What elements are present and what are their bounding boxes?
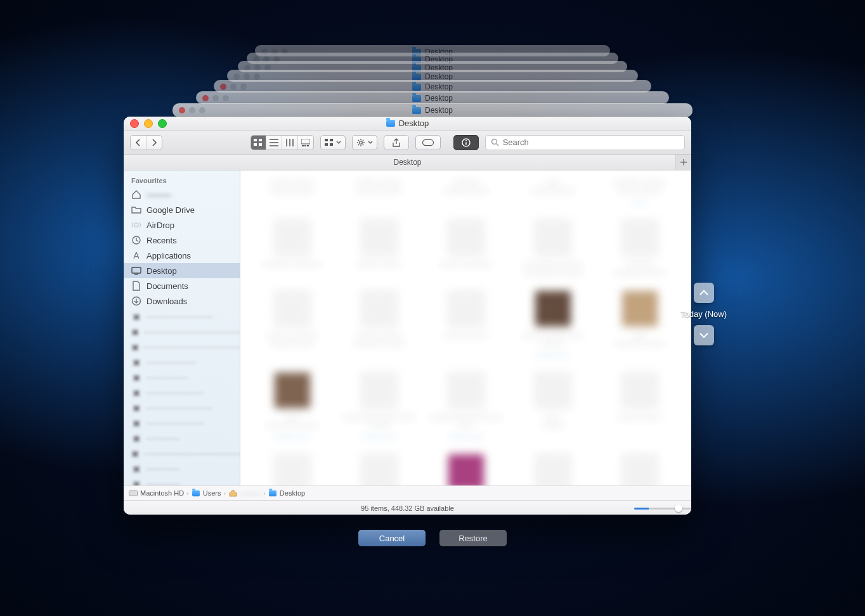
view-mode-segment	[250, 135, 314, 150]
folder-icon	[131, 205, 141, 215]
sidebar-item-recents[interactable]: Recents	[124, 233, 240, 248]
finder-window: Desktop	[124, 117, 691, 515]
new-tab-button[interactable]	[675, 155, 691, 170]
column-view-button[interactable]	[282, 136, 298, 150]
svg-point-12	[359, 141, 362, 144]
sidebar-item-applications[interactable]: AApplications	[124, 248, 240, 263]
gallery-view-button[interactable]	[298, 136, 313, 150]
timeline-next-button[interactable]	[694, 325, 714, 345]
sidebar-item-blurred: ▣—————————————	[124, 446, 240, 461]
timeline-controls: Today (Now)	[680, 283, 727, 345]
sidebar-item-label: Google Drive	[146, 205, 195, 215]
svg-point-17	[134, 223, 138, 227]
close-button[interactable]	[130, 119, 139, 128]
share-icon	[393, 138, 400, 147]
status-bar: 95 items, 448.32 GB available	[124, 500, 691, 515]
timeline-previous-button[interactable]	[694, 283, 714, 303]
path-segment[interactable]: Macintosh HD	[140, 489, 184, 497]
home-icon	[228, 489, 237, 497]
icon-view-button[interactable]	[251, 136, 267, 150]
sidebar-item-blurred: ▣————————	[124, 309, 240, 324]
group-by-menu[interactable]	[320, 135, 346, 150]
svg-rect-20	[132, 267, 141, 273]
nav-back-forward	[130, 135, 162, 150]
chevron-up-icon	[699, 289, 709, 297]
svg-rect-8	[325, 139, 328, 141]
minimize-button[interactable]	[144, 119, 153, 128]
sidebar-item-home[interactable]: ———	[124, 187, 240, 202]
svg-rect-7	[307, 145, 309, 146]
folder-icon	[192, 489, 200, 497]
info-icon	[462, 138, 471, 147]
path-segment[interactable]: Desktop	[280, 489, 305, 497]
sidebar-item-blurred: ▣—————	[124, 369, 240, 385]
sidebar-item-blurred: ▣————	[124, 476, 240, 485]
folder-icon	[268, 489, 277, 497]
sidebar-item-airdrop[interactable]: AirDrop	[124, 217, 240, 233]
sidebar-item-desktop[interactable]: Desktop	[124, 263, 240, 278]
chevron-down-icon	[336, 141, 341, 144]
desktop-icon	[131, 266, 141, 276]
info-button[interactable]	[453, 135, 479, 150]
svg-rect-9	[330, 139, 333, 141]
recents-icon	[131, 235, 141, 245]
path-segment-blurred[interactable]: ———	[240, 489, 261, 497]
back-button[interactable]	[131, 136, 146, 150]
tag-icon	[422, 139, 434, 146]
sidebar-item-label: Documents	[146, 281, 188, 291]
zoom-button[interactable]	[158, 119, 167, 128]
sidebar-item-blurred: ▣————	[124, 430, 240, 446]
svg-rect-3	[259, 143, 262, 146]
sidebar-item-documents[interactable]: Documents	[124, 278, 240, 293]
sidebar-item-blurred: ▣———————————————	[124, 339, 240, 354]
path-segment[interactable]: Users	[203, 489, 221, 497]
icon-size-slider[interactable]	[634, 505, 682, 511]
docs-icon	[131, 281, 141, 291]
svg-rect-13	[422, 139, 433, 145]
toolbar	[124, 131, 691, 155]
sidebar-item-downloads[interactable]: Downloads	[124, 293, 240, 309]
list-view-button[interactable]	[266, 136, 282, 150]
svg-rect-0	[254, 139, 257, 141]
sidebar-item-blurred: ▣————————	[124, 400, 240, 415]
tab-bar: Desktop	[124, 155, 691, 170]
tags-button[interactable]	[415, 135, 441, 150]
svg-text:A: A	[133, 250, 140, 260]
restore-button[interactable]: Restore	[439, 530, 507, 546]
forward-button[interactable]	[146, 136, 162, 150]
sidebar-item-label: ———	[146, 190, 171, 200]
ghost-window: Desktop	[172, 103, 693, 117]
gear-icon	[356, 138, 365, 147]
sidebar-item-google-drive[interactable]: Google Drive	[124, 202, 240, 217]
action-menu[interactable]	[352, 135, 377, 150]
chevron-down-icon	[699, 331, 709, 339]
sidebar-item-blurred: ▣———————	[124, 415, 240, 430]
sidebar-item-blurred: ▣————————————	[124, 324, 240, 339]
svg-point-16	[491, 139, 497, 144]
search-input[interactable]	[503, 138, 679, 147]
titlebar: Desktop	[124, 117, 691, 131]
sidebar-item-label: AirDrop	[146, 221, 174, 230]
cancel-button[interactable]: Cancel	[358, 530, 426, 546]
apps-icon: A	[131, 250, 141, 260]
home-icon	[131, 189, 141, 200]
sidebar-item-blurred: ▣———————	[124, 385, 240, 400]
file-grid-area: ——— —————— ——— ——— —————— ——— ———————— —…	[240, 170, 691, 485]
timeline-label: Today (Now)	[680, 309, 727, 319]
action-bar: Cancel Restore	[358, 530, 507, 546]
status-text: 95 items, 448.32 GB available	[361, 504, 454, 512]
svg-rect-2	[254, 143, 257, 146]
search-field[interactable]	[485, 135, 685, 150]
ghost-window: Desktop	[196, 91, 669, 104]
sidebar-item-blurred: ▣————	[124, 461, 240, 476]
sidebar-item-label: Applications	[146, 251, 191, 260]
sidebar-item-label: Recents	[146, 236, 177, 245]
tab-label[interactable]: Desktop	[393, 158, 421, 167]
plus-icon	[680, 158, 687, 166]
svg-rect-22	[129, 491, 138, 496]
folder-icon	[386, 120, 395, 127]
svg-rect-4	[301, 139, 310, 144]
downloads-icon	[131, 296, 141, 306]
sidebar-item-blurred: ▣——————	[124, 354, 240, 369]
share-button[interactable]	[384, 135, 409, 150]
